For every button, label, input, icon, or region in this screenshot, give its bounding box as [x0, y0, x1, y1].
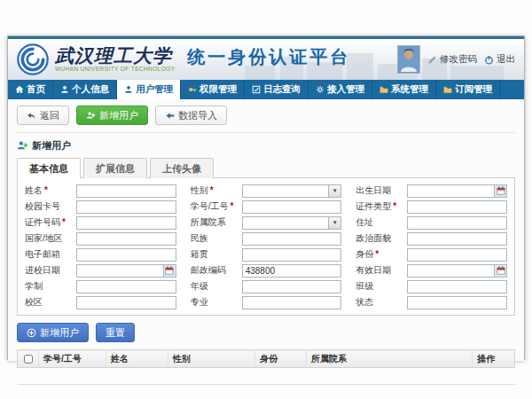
field-label: 年级 [191, 280, 242, 293]
nav-item-logs[interactable]: 日志查询 [245, 80, 309, 99]
student-id-input[interactable] [242, 200, 342, 214]
section-title-row: 新增用户 [17, 139, 515, 153]
ethnicity-input[interactable] [242, 232, 342, 246]
home-icon [15, 85, 24, 94]
nav-label: 个人信息 [72, 83, 109, 96]
nav-item-profile[interactable]: 个人信息 [53, 80, 117, 99]
field-label: 出生日期 [356, 184, 407, 197]
nav-item-home[interactable]: 首页 [8, 80, 53, 99]
chevron-down-icon[interactable]: ▼ [328, 217, 340, 229]
submit-add-user-button[interactable]: 新增用户 [17, 323, 89, 342]
col-operation: 操作 [473, 350, 515, 368]
col-department: 所属院系 [307, 350, 473, 368]
birthdate-input[interactable] [407, 184, 507, 198]
form-field-status: 状态 [356, 295, 507, 309]
folder-icon [379, 85, 388, 94]
field-label: 住址 [356, 216, 407, 229]
campus-input[interactable] [76, 296, 176, 309]
person-plus-icon [86, 111, 96, 121]
field-label: 进校日期 [25, 264, 76, 277]
university-name: 武汉理工大学 [55, 46, 175, 65]
select-all-checkbox[interactable] [24, 355, 33, 364]
form-field-id-number: 证件号码* [25, 215, 176, 230]
nav-label: 首页 [27, 83, 45, 96]
department-select[interactable] [242, 216, 342, 230]
logout-label: 退出 [497, 53, 515, 66]
data-import-button[interactable]: 数据导入 [155, 106, 227, 125]
change-password-link[interactable]: 修改密码 [427, 53, 477, 66]
logout-link[interactable]: 退出 [484, 53, 515, 66]
page-title: 统一身份认证平台 [187, 45, 350, 69]
back-button[interactable]: 返回 [17, 106, 69, 125]
form-field-school-system: 学制 [25, 279, 176, 293]
native-place-input[interactable] [242, 248, 342, 262]
school-system-input[interactable] [76, 280, 176, 293]
tab-extended-info[interactable]: 扩展信息 [83, 158, 147, 178]
chevron-down-icon[interactable]: ▼ [328, 185, 340, 197]
add-user-label: 新增用户 [99, 109, 138, 122]
calendar-icon[interactable] [163, 265, 176, 277]
country-input[interactable] [76, 232, 176, 246]
form-field-gender: 性别*▼ [191, 184, 342, 198]
valid-date-input[interactable] [407, 264, 507, 278]
nav-item-user-management[interactable]: 用户管理 [117, 80, 181, 99]
gender-select[interactable] [242, 184, 342, 198]
field-label: 证件号码* [25, 216, 76, 229]
postal-code-input[interactable] [242, 264, 342, 278]
form-field-class: 班级 [356, 279, 507, 293]
nav-item-subscriptions[interactable]: 订阅管理 [436, 80, 500, 99]
import-label: 数据导入 [178, 109, 217, 122]
address-input[interactable] [407, 216, 507, 230]
header-actions: 修改密码 退出 [397, 39, 515, 80]
add-user-toolbar-button[interactable]: 新增用户 [76, 106, 148, 125]
field-label: 学制 [25, 280, 76, 293]
person-plus-icon [17, 140, 28, 152]
nav-item-system[interactable]: 系统管理 [372, 80, 436, 99]
tab-basic-info[interactable]: 基本信息 [17, 158, 81, 178]
major-input[interactable] [242, 296, 342, 309]
nav-label: 权限管理 [200, 83, 237, 96]
field-label: 专业 [191, 296, 242, 309]
plus-circle-icon [27, 328, 36, 338]
form-field-grade: 年级 [191, 279, 342, 293]
form-field-valid-date: 有效日期 [356, 263, 507, 278]
grade-input[interactable] [242, 280, 342, 293]
nav-label: 系统管理 [391, 83, 428, 96]
back-arrow-icon [27, 111, 36, 121]
toolbar: 返回 新增用户 数据导入 [17, 106, 515, 133]
id-number-input[interactable] [76, 216, 176, 230]
calendar-icon[interactable] [494, 265, 506, 277]
political-status-input[interactable] [407, 232, 507, 246]
nav-label: 日志查询 [263, 83, 301, 96]
back-label: 返回 [40, 109, 59, 122]
table-header-row: 学号/工号 姓名 性别 身份 所属院系 操作 [18, 350, 515, 368]
name-input[interactable] [76, 184, 176, 198]
form-actions: 新增用户 重置 [17, 323, 515, 342]
campus-card-input[interactable] [76, 200, 176, 214]
col-gender: 性别 [168, 350, 255, 368]
nav-item-access[interactable]: 接入管理 [309, 80, 372, 99]
reset-button[interactable]: 重置 [96, 323, 135, 342]
id-type-input[interactable] [407, 200, 507, 214]
form-field-political-status: 政治面貌 [356, 231, 507, 246]
log-check-icon [252, 85, 261, 94]
nav-label: 用户管理 [136, 83, 173, 96]
field-label: 籍贯 [191, 248, 242, 261]
nav-item-permissions[interactable]: 权限管理 [181, 80, 245, 99]
tab-upload-avatar[interactable]: 上传头像 [150, 158, 214, 178]
form-field-address: 住址 [356, 215, 507, 230]
form-field-name: 姓名* [25, 184, 176, 198]
form-field-postal-code: 邮政编码 [191, 263, 342, 278]
identity-input[interactable] [407, 248, 507, 262]
col-student-id: 学号/工号 [39, 350, 106, 368]
form-field-birthdate: 出生日期 [356, 184, 507, 198]
email-input[interactable] [76, 248, 176, 262]
form-field-entry-date: 进校日期 [25, 263, 176, 278]
entry-date-input[interactable] [76, 264, 176, 278]
class-input[interactable] [407, 280, 507, 293]
users-icon [124, 85, 133, 94]
field-label: 电子邮箱 [25, 248, 76, 261]
status-input[interactable] [407, 296, 507, 309]
nav-label: 订阅管理 [455, 83, 492, 96]
calendar-icon[interactable] [494, 185, 506, 197]
